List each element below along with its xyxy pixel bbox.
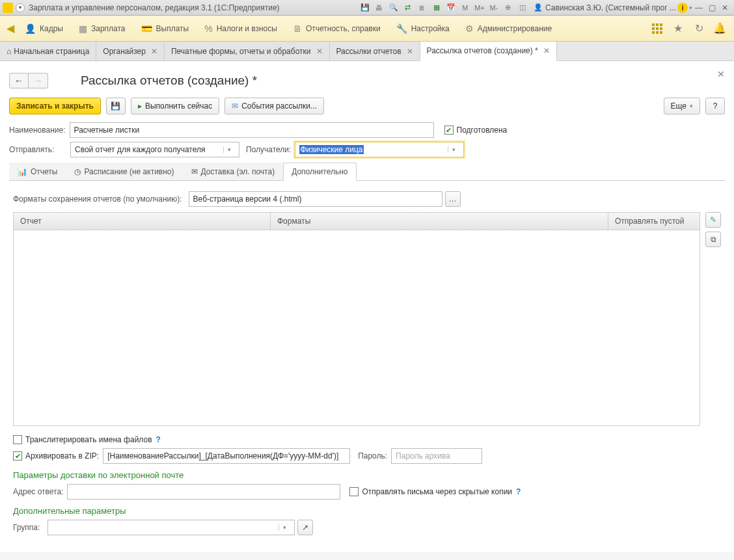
- tab-icon: ◷: [74, 167, 81, 176]
- menu-icon: %: [204, 23, 212, 34]
- user-name[interactable]: Савинская З.Ю. (Системный прог ...: [545, 3, 676, 12]
- menu-item[interactable]: %Налоги и взносы: [197, 16, 285, 42]
- reply-label: Адрес ответа:: [13, 487, 63, 496]
- app-menu-button[interactable]: ▾: [16, 3, 25, 12]
- user-icon: 👤: [532, 2, 544, 14]
- preview-icon[interactable]: 🔍: [388, 2, 400, 14]
- document-tab[interactable]: Печатные формы, отчеты и обработки✕: [165, 42, 330, 60]
- reports-grid[interactable]: Отчет Форматы Отправлять пустой: [13, 212, 700, 426]
- tab-close-icon[interactable]: ✕: [316, 47, 323, 56]
- menu-item[interactable]: 💳Выплаты: [133, 16, 197, 42]
- reply-input[interactable]: [67, 484, 340, 500]
- minimize-button[interactable]: —: [693, 2, 705, 14]
- nav-forward-button[interactable]: →: [29, 73, 48, 88]
- calendar-icon[interactable]: 📅: [445, 2, 457, 14]
- maximize-button[interactable]: ▢: [706, 2, 718, 14]
- inner-tab[interactable]: ◷Расписание (не активно): [66, 163, 182, 180]
- help-icon[interactable]: ?: [516, 487, 521, 496]
- tab-icon: ✉: [191, 167, 198, 176]
- inner-tab[interactable]: 📊Отчеты: [9, 163, 66, 180]
- zip-password-input[interactable]: [391, 448, 482, 464]
- menu-scroll-left[interactable]: ◀: [4, 19, 17, 38]
- name-label: Наименование:: [9, 126, 66, 135]
- menu-item[interactable]: 🗎Отчетность, справки: [285, 16, 388, 42]
- menu-icon: 💳: [141, 23, 152, 34]
- menu-icon: 👤: [25, 23, 36, 34]
- bcc-checkbox[interactable]: Отправлять письма через скрытые копии: [349, 487, 512, 496]
- calc-icon[interactable]: ▦: [431, 2, 442, 14]
- nav-back-button[interactable]: ←: [9, 73, 29, 88]
- info-icon[interactable]: i: [677, 3, 688, 13]
- zoom-icon[interactable]: ⊕: [502, 2, 514, 14]
- zip-checkbox[interactable]: ✔Архивировать в ZIP:: [13, 451, 99, 460]
- name-input[interactable]: [70, 122, 434, 138]
- run-now-button[interactable]: ▸Выполнить сейчас: [131, 98, 219, 114]
- group-combo[interactable]: ▾: [48, 520, 295, 535]
- info-dd[interactable]: ▾: [689, 5, 692, 11]
- email-section-title: Параметры доставки по электронной почте: [13, 470, 721, 480]
- tab-close-icon[interactable]: ✕: [543, 46, 550, 55]
- main-menu: ◀ 👤Кадры▦Зарплата💳Выплаты%Налоги и взнос…: [0, 16, 734, 42]
- checkbox-icon: ✔: [444, 126, 454, 135]
- events-button[interactable]: ✉События рассылки...: [224, 98, 324, 114]
- dropdown-icon[interactable]: ▾: [223, 146, 235, 153]
- dropdown-icon[interactable]: ▾: [279, 524, 290, 531]
- dropdown-icon[interactable]: ▾: [448, 146, 459, 153]
- col-report[interactable]: Отчет: [14, 213, 271, 230]
- compare-icon[interactable]: ⇄: [402, 2, 414, 14]
- memory-mminus-icon[interactable]: M-: [488, 2, 500, 14]
- formats-label: Форматы сохранения отчетов (по умолчанию…: [13, 194, 182, 204]
- document-tab[interactable]: Рассылки отчетов✕: [330, 42, 420, 60]
- form-title: Рассылка отчетов (создание) *: [81, 73, 257, 88]
- save-button[interactable]: 💾: [106, 98, 126, 114]
- print-icon[interactable]: 🖶: [374, 2, 385, 14]
- menu-icon: ▦: [79, 23, 87, 34]
- envelope-icon: ✉: [232, 101, 238, 111]
- document-tab[interactable]: ⌂Начальная страница: [0, 42, 96, 60]
- col-send-empty[interactable]: Отправлять пустой: [608, 213, 700, 230]
- tab-icon: 📊: [18, 167, 27, 176]
- menu-item[interactable]: 👤Кадры: [17, 16, 71, 42]
- form-close-button[interactable]: ✕: [717, 69, 725, 79]
- formats-input[interactable]: [189, 191, 442, 207]
- translit-checkbox[interactable]: Транслитерировать имена файлов: [13, 435, 152, 444]
- prepared-checkbox[interactable]: ✔Подготовлена: [444, 126, 508, 135]
- grid-body[interactable]: [14, 230, 700, 425]
- close-button[interactable]: ✕: [719, 2, 731, 14]
- send-combo[interactable]: Свой отчет для каждого получателя ▾: [70, 142, 239, 157]
- home-icon: ⌂: [7, 47, 11, 56]
- recipients-combo[interactable]: Физические лица ▾: [295, 142, 464, 157]
- tab-close-icon[interactable]: ✕: [407, 47, 413, 56]
- save-icon[interactable]: 💾: [359, 2, 371, 14]
- menu-item[interactable]: 🔧Настройка: [388, 16, 457, 42]
- menu-item[interactable]: ▦Зарплата: [71, 16, 133, 42]
- inner-tab[interactable]: Дополнительно: [283, 163, 356, 181]
- notifications-button[interactable]: 🔔: [712, 21, 727, 36]
- favorites-button[interactable]: ★: [670, 21, 686, 36]
- inner-tabs: 📊Отчеты◷Расписание (не активно)✉Доставка…: [9, 163, 725, 181]
- group-open-button[interactable]: ↗: [297, 520, 313, 535]
- inner-tab[interactable]: ✉Доставка (эл. почта): [183, 163, 284, 180]
- checkbox-icon: [349, 487, 359, 496]
- history-button[interactable]: ↻: [691, 21, 707, 36]
- save-close-button[interactable]: Записать и закрыть: [9, 98, 101, 114]
- checkbox-icon: ✔: [13, 451, 22, 460]
- document-tab[interactable]: Рассылка отчетов (создание) *✕: [420, 42, 557, 61]
- help-icon[interactable]: ?: [156, 435, 161, 444]
- help-button[interactable]: ?: [705, 98, 725, 114]
- more-button[interactable]: Еще: [664, 98, 700, 114]
- apps-button[interactable]: [649, 21, 665, 36]
- col-formats[interactable]: Форматы: [271, 213, 608, 230]
- menu-item[interactable]: ⚙Администрирование: [457, 16, 560, 42]
- document-tab[interactable]: Органайзер✕: [96, 42, 165, 60]
- tab-close-icon[interactable]: ✕: [151, 47, 157, 56]
- edit-row-button[interactable]: ✎: [705, 212, 721, 228]
- doc-icon[interactable]: 🗎: [416, 2, 428, 14]
- formats-picker-button[interactable]: …: [445, 191, 461, 207]
- memory-m-icon[interactable]: M: [459, 2, 471, 14]
- panels-icon[interactable]: ◫: [517, 2, 528, 14]
- play-icon: ▸: [138, 101, 142, 111]
- memory-mplus-icon[interactable]: M+: [474, 2, 485, 14]
- zip-name-input[interactable]: [103, 448, 350, 464]
- copy-row-button[interactable]: ⧉: [705, 232, 721, 247]
